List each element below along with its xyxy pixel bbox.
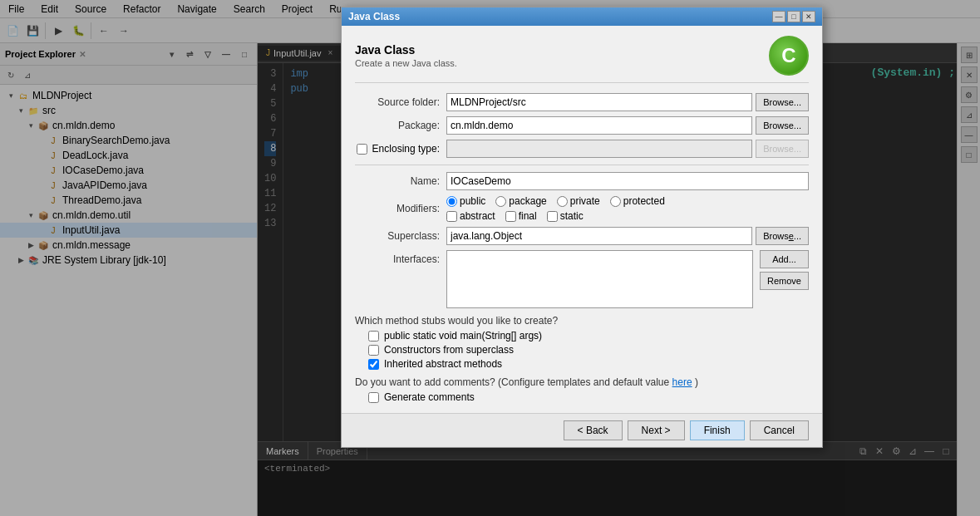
modifiers-row: Modifiers: public package pr bbox=[355, 195, 809, 222]
stub-constructors-label: Constructors from superclass bbox=[384, 344, 514, 356]
package-label: Package: bbox=[355, 120, 446, 131]
interfaces-box[interactable] bbox=[446, 250, 753, 308]
radio-group: public package private protected bbox=[446, 195, 665, 207]
modifier-public-radio[interactable] bbox=[446, 196, 457, 207]
next-btn[interactable]: Next > bbox=[628, 420, 685, 440]
comments-title: Do you want to add comments? (Configure … bbox=[355, 376, 809, 388]
modifier-package-label[interactable]: package bbox=[495, 195, 546, 207]
here-link[interactable]: here bbox=[672, 376, 692, 388]
source-folder-input[interactable] bbox=[446, 93, 752, 111]
modifier-final-label[interactable]: final bbox=[505, 210, 537, 222]
dialog-titlebar-right: — □ ✕ bbox=[772, 11, 815, 22]
source-folder-browse-btn[interactable]: Browse... bbox=[756, 93, 809, 111]
interfaces-add-btn[interactable]: Add... bbox=[760, 250, 809, 268]
dialog-overlay: Java Class — □ ✕ Java Class Create a new… bbox=[0, 0, 980, 516]
interfaces-label: Interfaces: bbox=[355, 253, 446, 265]
generate-comments-row: Generate comments bbox=[368, 391, 809, 403]
name-row: Name: bbox=[355, 172, 809, 190]
dialog-header-text: Java Class Create a new Java class. bbox=[355, 43, 457, 68]
stub-constructors-checkbox[interactable] bbox=[368, 345, 379, 356]
modifier-static-text: static bbox=[560, 210, 584, 222]
modifier-abstract-text: abstract bbox=[460, 210, 495, 222]
cancel-btn[interactable]: Cancel bbox=[750, 420, 809, 440]
package-browse-btn[interactable]: Browse... bbox=[756, 116, 809, 135]
enclosing-type-browse-btn[interactable]: Browse... bbox=[756, 140, 809, 158]
dialog-close-btn[interactable]: ✕ bbox=[802, 11, 815, 22]
modifier-private-radio[interactable] bbox=[557, 196, 568, 207]
modifier-protected-radio[interactable] bbox=[610, 196, 621, 207]
java-class-dialog: Java Class — □ ✕ Java Class Create a new… bbox=[341, 7, 823, 448]
modifier-abstract-checkbox[interactable] bbox=[446, 211, 457, 222]
name-label: Name: bbox=[355, 175, 446, 187]
enclosing-type-label: Enclosing type: bbox=[372, 143, 440, 155]
modifier-final-checkbox[interactable] bbox=[505, 211, 516, 222]
modifiers-options: public package private protected bbox=[446, 195, 665, 222]
modifier-abstract-label[interactable]: abstract bbox=[446, 210, 495, 222]
modifier-package-text: package bbox=[509, 195, 546, 207]
stubs-section: Which method stubs would you like to cre… bbox=[355, 315, 809, 370]
generate-comments-checkbox[interactable] bbox=[368, 392, 379, 403]
superclass-label: Superclass: bbox=[355, 230, 446, 242]
back-btn[interactable]: < Back bbox=[564, 420, 623, 440]
superclass-input[interactable] bbox=[446, 227, 752, 245]
enclosing-type-checkbox-wrapper: Enclosing type: bbox=[355, 143, 446, 155]
dialog-logo: C bbox=[769, 36, 809, 76]
dialog-logo-char: C bbox=[781, 44, 795, 67]
comments-section: Do you want to add comments? (Configure … bbox=[355, 376, 809, 403]
package-row: Package: Browse... bbox=[355, 116, 809, 135]
name-input[interactable] bbox=[446, 172, 809, 190]
finish-btn[interactable]: Finish bbox=[690, 420, 745, 440]
dialog-titlebar: Java Class — □ ✕ bbox=[342, 7, 822, 26]
modifier-static-label[interactable]: static bbox=[547, 210, 584, 222]
stubs-checkboxes: public static void main(String[] args) C… bbox=[368, 330, 809, 370]
stub-main-row: public static void main(String[] args) bbox=[368, 330, 809, 342]
stub-main-label: public static void main(String[] args) bbox=[384, 330, 542, 342]
modifier-protected-text: protected bbox=[623, 195, 665, 207]
dialog-heading: Java Class bbox=[355, 43, 457, 57]
stub-inherited-checkbox[interactable] bbox=[368, 359, 379, 370]
dialog-subheading: Create a new Java class. bbox=[355, 58, 457, 68]
dialog-title: Java Class bbox=[348, 11, 400, 22]
dialog-minimize-btn[interactable]: — bbox=[772, 11, 785, 22]
modifier-private-text: private bbox=[570, 195, 600, 207]
interfaces-row: Interfaces: Add... Remove bbox=[355, 250, 809, 308]
interfaces-remove-btn[interactable]: Remove bbox=[760, 272, 809, 290]
stub-inherited-row: Inherited abstract methods bbox=[368, 358, 809, 370]
dialog-header: Java Class Create a new Java class. C bbox=[355, 36, 809, 83]
modifier-public-text: public bbox=[460, 195, 485, 207]
source-folder-label: Source folder: bbox=[355, 96, 446, 108]
enclosing-type-input[interactable] bbox=[446, 140, 752, 158]
modifier-checkbox-group: abstract final static bbox=[446, 210, 665, 222]
dialog-body: Java Class Create a new Java class. C So… bbox=[342, 26, 822, 413]
enclosing-type-checkbox[interactable] bbox=[357, 144, 367, 155]
superclass-row: Superclass: Browse... bbox=[355, 227, 809, 245]
dialog-maximize-btn[interactable]: □ bbox=[787, 11, 800, 22]
modifier-public-label[interactable]: public bbox=[446, 195, 485, 207]
package-input[interactable] bbox=[446, 116, 752, 135]
stub-main-checkbox[interactable] bbox=[368, 331, 379, 342]
source-folder-row: Source folder: Browse... bbox=[355, 93, 809, 111]
superclass-browse-btn[interactable]: Browse... bbox=[756, 227, 809, 245]
modifier-static-checkbox[interactable] bbox=[547, 211, 558, 222]
modifier-package-radio[interactable] bbox=[495, 196, 506, 207]
modifiers-label: Modifiers: bbox=[355, 203, 446, 214]
comments-title-end: ) bbox=[695, 376, 698, 388]
divider-1 bbox=[355, 165, 809, 165]
interfaces-btns: Add... Remove bbox=[756, 250, 809, 290]
modifier-final-text: final bbox=[519, 210, 537, 222]
dialog-footer: < Back Next > Finish Cancel bbox=[342, 413, 822, 447]
enclosing-type-row: Enclosing type: Browse... bbox=[355, 140, 809, 158]
modifier-protected-label[interactable]: protected bbox=[610, 195, 665, 207]
stub-constructors-row: Constructors from superclass bbox=[368, 344, 809, 356]
comments-title-text: Do you want to add comments? (Configure … bbox=[355, 376, 669, 388]
generate-comments-label: Generate comments bbox=[384, 391, 475, 403]
stub-inherited-label: Inherited abstract methods bbox=[384, 358, 502, 370]
stubs-title: Which method stubs would you like to cre… bbox=[355, 315, 809, 327]
modifier-private-label[interactable]: private bbox=[557, 195, 600, 207]
